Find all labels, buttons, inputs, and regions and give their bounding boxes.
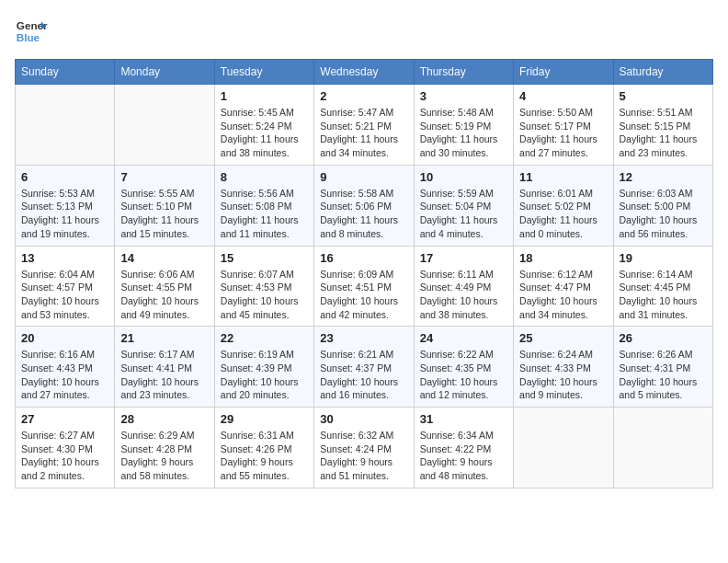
day-info: Sunrise: 5:56 AMSunset: 5:08 PMDaylight:… [221,187,308,241]
day-info: Sunrise: 6:32 AMSunset: 4:24 PMDaylight:… [320,429,407,483]
calendar-cell: 18Sunrise: 6:12 AMSunset: 4:47 PMDayligh… [514,246,613,327]
day-info: Sunrise: 6:07 AMSunset: 4:53 PMDaylight:… [221,268,308,322]
weekday-header-row: SundayMondayTuesdayWednesdayThursdayFrid… [16,60,713,85]
logo-icon: General Blue [15,15,48,48]
day-info: Sunrise: 6:21 AMSunset: 4:37 PMDaylight:… [320,348,407,402]
weekday-header-tuesday: Tuesday [214,60,313,85]
calendar-week-3: 13Sunrise: 6:04 AMSunset: 4:57 PMDayligh… [16,246,713,327]
calendar-cell: 8Sunrise: 5:56 AMSunset: 5:08 PMDaylight… [214,165,313,246]
page-header: General Blue [15,15,713,48]
day-number: 28 [120,412,208,426]
day-number: 4 [519,89,607,103]
calendar-cell: 11Sunrise: 6:01 AMSunset: 5:02 PMDayligh… [514,165,613,246]
day-number: 20 [21,331,108,345]
day-number: 26 [620,331,707,345]
day-number: 5 [620,89,707,103]
day-info: Sunrise: 6:16 AMSunset: 4:43 PMDaylight:… [21,348,108,402]
day-info: Sunrise: 6:04 AMSunset: 4:57 PMDaylight:… [21,268,108,322]
calendar-cell: 20Sunrise: 6:16 AMSunset: 4:43 PMDayligh… [16,327,115,408]
day-info: Sunrise: 5:58 AMSunset: 5:06 PMDaylight:… [320,187,407,241]
calendar-cell: 15Sunrise: 6:07 AMSunset: 4:53 PMDayligh… [214,246,313,327]
calendar-cell: 23Sunrise: 6:21 AMSunset: 4:37 PMDayligh… [314,327,414,408]
day-number: 6 [21,170,108,184]
day-info: Sunrise: 5:51 AMSunset: 5:15 PMDaylight:… [620,106,707,160]
calendar-cell: 12Sunrise: 6:03 AMSunset: 5:00 PMDayligh… [613,165,712,246]
weekday-header-monday: Monday [115,60,214,85]
day-info: Sunrise: 6:26 AMSunset: 4:31 PMDaylight:… [620,348,707,402]
day-info: Sunrise: 6:03 AMSunset: 5:00 PMDaylight:… [620,187,707,241]
day-info: Sunrise: 6:09 AMSunset: 4:51 PMDaylight:… [320,268,407,322]
weekday-header-saturday: Saturday [613,60,712,85]
day-number: 19 [620,251,707,265]
day-info: Sunrise: 6:19 AMSunset: 4:39 PMDaylight:… [221,348,308,402]
day-number: 2 [320,89,407,103]
calendar-cell: 24Sunrise: 6:22 AMSunset: 4:35 PMDayligh… [414,327,513,408]
calendar-cell: 19Sunrise: 6:14 AMSunset: 4:45 PMDayligh… [613,246,712,327]
day-number: 25 [519,331,607,345]
logo: General Blue [15,15,48,48]
day-number: 18 [519,251,607,265]
day-info: Sunrise: 5:50 AMSunset: 5:17 PMDaylight:… [519,106,607,160]
calendar-cell: 2Sunrise: 5:47 AMSunset: 5:21 PMDaylight… [314,85,414,166]
day-info: Sunrise: 6:01 AMSunset: 5:02 PMDaylight:… [519,187,607,241]
day-number: 10 [420,170,507,184]
day-number: 15 [221,251,308,265]
calendar-cell: 28Sunrise: 6:29 AMSunset: 4:28 PMDayligh… [115,408,214,488]
calendar-cell: 10Sunrise: 5:59 AMSunset: 5:04 PMDayligh… [414,165,513,246]
day-number: 30 [320,412,407,426]
day-info: Sunrise: 6:14 AMSunset: 4:45 PMDaylight:… [620,268,707,322]
day-info: Sunrise: 6:31 AMSunset: 4:26 PMDaylight:… [221,429,308,483]
day-info: Sunrise: 5:55 AMSunset: 5:10 PMDaylight:… [120,187,208,241]
calendar-cell [613,408,712,488]
day-info: Sunrise: 6:12 AMSunset: 4:47 PMDaylight:… [519,268,607,322]
calendar-week-4: 20Sunrise: 6:16 AMSunset: 4:43 PMDayligh… [16,327,713,408]
day-info: Sunrise: 6:34 AMSunset: 4:22 PMDaylight:… [420,429,507,483]
day-number: 14 [120,251,208,265]
calendar-cell: 17Sunrise: 6:11 AMSunset: 4:49 PMDayligh… [414,246,513,327]
day-number: 31 [420,412,507,426]
day-number: 21 [120,331,208,345]
day-number: 3 [420,89,507,103]
day-info: Sunrise: 5:47 AMSunset: 5:21 PMDaylight:… [320,106,407,160]
day-number: 8 [221,170,308,184]
calendar-week-1: 1Sunrise: 5:45 AMSunset: 5:24 PMDaylight… [16,85,713,166]
weekday-header-friday: Friday [514,60,613,85]
calendar-cell: 1Sunrise: 5:45 AMSunset: 5:24 PMDaylight… [214,85,313,166]
weekday-header-wednesday: Wednesday [314,60,414,85]
day-info: Sunrise: 6:27 AMSunset: 4:30 PMDaylight:… [21,429,108,483]
weekday-header-thursday: Thursday [414,60,513,85]
svg-text:Blue: Blue [17,31,40,43]
day-info: Sunrise: 6:11 AMSunset: 4:49 PMDaylight:… [420,268,507,322]
calendar-cell: 26Sunrise: 6:26 AMSunset: 4:31 PMDayligh… [613,327,712,408]
calendar-cell: 22Sunrise: 6:19 AMSunset: 4:39 PMDayligh… [214,327,313,408]
day-number: 13 [21,251,108,265]
calendar-cell: 14Sunrise: 6:06 AMSunset: 4:55 PMDayligh… [115,246,214,327]
calendar-cell [115,85,214,166]
calendar-cell: 29Sunrise: 6:31 AMSunset: 4:26 PMDayligh… [214,408,313,488]
day-number: 12 [620,170,707,184]
day-number: 29 [221,412,308,426]
day-number: 17 [420,251,507,265]
calendar-cell: 7Sunrise: 5:55 AMSunset: 5:10 PMDaylight… [115,165,214,246]
day-number: 16 [320,251,407,265]
calendar-cell: 25Sunrise: 6:24 AMSunset: 4:33 PMDayligh… [514,327,613,408]
day-number: 7 [120,170,208,184]
day-number: 22 [221,331,308,345]
weekday-header-sunday: Sunday [16,60,115,85]
calendar-cell: 6Sunrise: 5:53 AMSunset: 5:13 PMDaylight… [16,165,115,246]
day-info: Sunrise: 6:22 AMSunset: 4:35 PMDaylight:… [420,348,507,402]
calendar-cell: 5Sunrise: 5:51 AMSunset: 5:15 PMDaylight… [613,85,712,166]
calendar-cell: 9Sunrise: 5:58 AMSunset: 5:06 PMDaylight… [314,165,414,246]
calendar-cell: 30Sunrise: 6:32 AMSunset: 4:24 PMDayligh… [314,408,414,488]
calendar-cell [16,85,115,166]
day-number: 11 [519,170,607,184]
calendar-week-2: 6Sunrise: 5:53 AMSunset: 5:13 PMDaylight… [16,165,713,246]
calendar-cell: 21Sunrise: 6:17 AMSunset: 4:41 PMDayligh… [115,327,214,408]
calendar-cell: 16Sunrise: 6:09 AMSunset: 4:51 PMDayligh… [314,246,414,327]
day-info: Sunrise: 6:24 AMSunset: 4:33 PMDaylight:… [519,348,607,402]
day-info: Sunrise: 6:29 AMSunset: 4:28 PMDaylight:… [120,429,208,483]
day-info: Sunrise: 6:17 AMSunset: 4:41 PMDaylight:… [120,348,208,402]
day-number: 23 [320,331,407,345]
day-number: 27 [21,412,108,426]
calendar-cell: 3Sunrise: 5:48 AMSunset: 5:19 PMDaylight… [414,85,513,166]
